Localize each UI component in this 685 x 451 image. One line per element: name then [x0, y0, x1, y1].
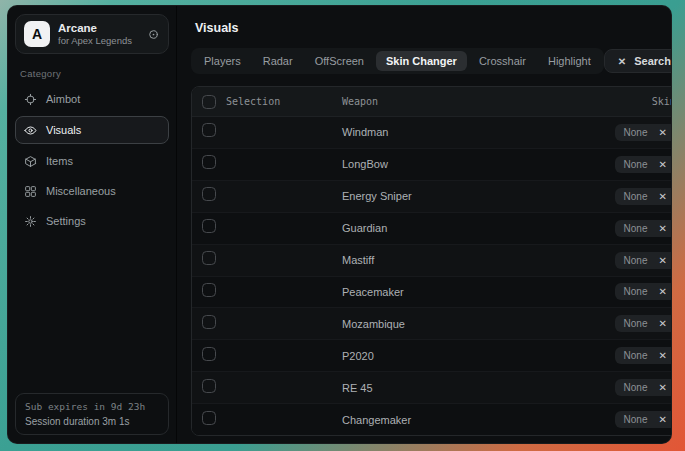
clear-skin-icon[interactable]: ✕ — [658, 159, 666, 170]
subscription-card: Sub expires in 9d 23h Session duration 3… — [15, 393, 169, 435]
skin-value: None — [624, 350, 648, 361]
table-row: Guardian None ✕ — [192, 213, 672, 245]
header-selection-cell: Selection — [202, 95, 342, 109]
row-skin-cell: None ✕ — [536, 124, 672, 141]
weapon-name: LongBow — [342, 158, 536, 170]
sidebar-item-miscellaneous[interactable]: Miscellaneous — [15, 178, 169, 204]
row-checkbox[interactable] — [202, 219, 216, 233]
skin-value: None — [624, 414, 648, 425]
row-checkbox[interactable] — [202, 251, 216, 265]
skin-select-button[interactable]: None ✕ — [615, 156, 672, 173]
weapon-header-label: Weapon — [342, 96, 536, 107]
row-skin-cell: None ✕ — [536, 347, 672, 364]
table-row: LongBow None ✕ — [192, 149, 672, 181]
row-skin-cell: None ✕ — [536, 220, 672, 237]
clear-skin-icon[interactable]: ✕ — [658, 350, 666, 361]
app-name: Arcane — [58, 22, 132, 34]
table-body: Windman None ✕ LongBow None ✕ Energy Sni… — [192, 117, 672, 435]
skin-select-button[interactable]: None ✕ — [615, 379, 672, 396]
weapon-name: RE 45 — [342, 382, 536, 394]
search-button[interactable]: ✕ Search — [604, 49, 672, 73]
table-row: Peacemaker None ✕ — [192, 277, 672, 309]
row-checkbox[interactable] — [202, 283, 216, 297]
gear-icon — [24, 215, 37, 228]
row-selection-cell — [202, 411, 342, 429]
skin-value: None — [624, 159, 648, 170]
clear-skin-icon[interactable]: ✕ — [658, 191, 666, 202]
row-checkbox[interactable] — [202, 379, 216, 393]
weapon-name: Guardian — [342, 222, 536, 234]
sidebar-item-aimbot[interactable]: Aimbot — [15, 86, 169, 112]
sub-expires-text: Sub expires in 9d 23h — [25, 401, 159, 412]
search-button-label: Search — [634, 55, 671, 67]
skin-value: None — [624, 382, 648, 393]
target-status-icon[interactable] — [147, 28, 160, 41]
clear-skin-icon[interactable]: ✕ — [658, 127, 666, 138]
row-checkbox[interactable] — [202, 187, 216, 201]
skin-select-button[interactable]: None ✕ — [615, 347, 672, 364]
clear-skin-icon[interactable]: ✕ — [658, 382, 666, 393]
table-row: Energy Sniper None ✕ — [192, 181, 672, 213]
skin-select-button[interactable]: None ✕ — [615, 315, 672, 332]
skin-select-button[interactable]: None ✕ — [615, 220, 672, 237]
row-checkbox[interactable] — [202, 347, 216, 361]
weapon-name: Windman — [342, 126, 536, 138]
row-selection-cell — [202, 155, 342, 173]
skin-select-button[interactable]: None ✕ — [615, 188, 672, 205]
category-label: Category — [20, 68, 164, 79]
skin-select-button[interactable]: None ✕ — [615, 124, 672, 141]
app-logo: A — [24, 21, 50, 47]
sidebar-item-visuals[interactable]: Visuals — [15, 116, 169, 144]
tab-bar: Players Radar OffScreen Skin Changer Cro… — [191, 48, 604, 74]
tab-highlight[interactable]: Highlight — [538, 51, 601, 71]
tab-skin-changer[interactable]: Skin Changer — [376, 51, 467, 71]
tab-crosshair[interactable]: Crosshair — [469, 51, 536, 71]
row-checkbox[interactable] — [202, 315, 216, 329]
grid-icon — [24, 185, 37, 198]
skin-select-button[interactable]: None ✕ — [615, 411, 672, 428]
select-all-checkbox[interactable] — [202, 95, 216, 109]
row-selection-cell — [202, 187, 342, 205]
row-selection-cell — [202, 251, 342, 269]
app-window: A Arcane for Apex Legends Category Aimbo… — [7, 5, 672, 444]
row-selection-cell — [202, 123, 342, 141]
tab-offscreen[interactable]: OffScreen — [305, 51, 374, 71]
clear-skin-icon[interactable]: ✕ — [658, 255, 666, 266]
row-selection-cell — [202, 379, 342, 397]
sidebar-item-settings[interactable]: Settings — [15, 208, 169, 234]
sidebar-item-label: Miscellaneous — [46, 185, 116, 197]
row-checkbox[interactable] — [202, 411, 216, 425]
eye-icon — [24, 124, 37, 137]
weapon-name: Mastiff — [342, 254, 536, 266]
table-row: Windman None ✕ — [192, 117, 672, 149]
table-row: P2020 None ✕ — [192, 340, 672, 372]
skin-table: Selection Weapon Skin Windman None ✕ Lon… — [191, 86, 672, 436]
skin-value: None — [624, 127, 648, 138]
tab-radar[interactable]: Radar — [253, 51, 303, 71]
table-row: Mastiff None ✕ — [192, 245, 672, 277]
row-skin-cell: None ✕ — [536, 411, 672, 428]
sidebar-item-label: Items — [46, 155, 73, 167]
sidebar-item-label: Visuals — [46, 124, 81, 136]
row-skin-cell: None ✕ — [536, 252, 672, 269]
selection-header-label: Selection — [226, 96, 280, 107]
weapon-name: Changemaker — [342, 414, 536, 426]
clear-skin-icon[interactable]: ✕ — [658, 318, 666, 329]
clear-skin-icon[interactable]: ✕ — [658, 223, 666, 234]
skin-value: None — [624, 191, 648, 202]
sidebar: A Arcane for Apex Legends Category Aimbo… — [8, 6, 177, 443]
sidebar-item-label: Aimbot — [46, 93, 80, 105]
row-checkbox[interactable] — [202, 155, 216, 169]
skin-select-button[interactable]: None ✕ — [615, 283, 672, 300]
row-checkbox[interactable] — [202, 123, 216, 137]
row-skin-cell: None ✕ — [536, 188, 672, 205]
tab-players[interactable]: Players — [194, 51, 251, 71]
sidebar-item-items[interactable]: Items — [15, 148, 169, 174]
sidebar-item-label: Settings — [46, 215, 86, 227]
skin-select-button[interactable]: None ✕ — [615, 252, 672, 269]
clear-skin-icon[interactable]: ✕ — [658, 414, 666, 425]
table-row: Mozambique None ✕ — [192, 308, 672, 340]
weapon-name: P2020 — [342, 350, 536, 362]
weapon-name: Mozambique — [342, 318, 536, 330]
clear-skin-icon[interactable]: ✕ — [658, 286, 666, 297]
